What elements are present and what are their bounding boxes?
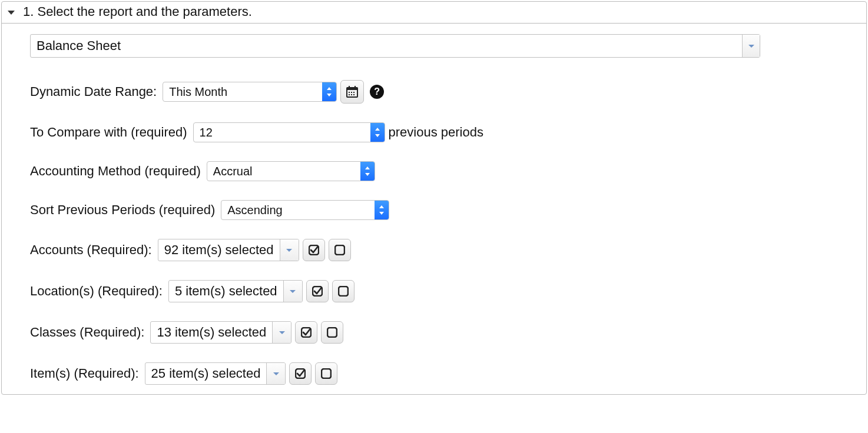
svg-rect-17	[322, 369, 331, 378]
calendar-button[interactable]	[340, 80, 364, 104]
svg-rect-3	[355, 86, 356, 89]
clear-all-icon	[334, 245, 345, 255]
check-all-icon	[301, 327, 312, 338]
up-down-arrows-icon	[326, 87, 332, 96]
locations-multiselect[interactable]: 5 item(s) selected	[168, 280, 303, 302]
items-select-all-button[interactable]	[289, 362, 312, 385]
check-all-icon	[295, 368, 306, 379]
report-parameters-panel: 1. Select the report and the parameters.…	[1, 1, 867, 395]
accounts-dropdown-button[interactable]	[280, 239, 299, 261]
locations-clear-all-button[interactable]	[332, 280, 355, 302]
date-range-value: This Month	[163, 82, 322, 101]
chevron-down-icon	[286, 249, 292, 252]
accounting-method-value: Accrual	[207, 162, 360, 181]
check-all-icon	[312, 286, 323, 297]
svg-rect-15	[327, 328, 337, 337]
report-select-dropdown-button[interactable]	[742, 35, 760, 57]
items-label: Item(s) (Required):	[30, 366, 139, 381]
clear-all-icon	[321, 368, 332, 379]
sort-periods-label: Sort Previous Periods (required)	[30, 202, 215, 218]
help-icon[interactable]: ?	[370, 85, 384, 99]
date-range-select[interactable]: This Month	[163, 82, 337, 102]
items-dropdown-button[interactable]	[266, 363, 285, 384]
panel-header[interactable]: 1. Select the report and the parameters.	[2, 2, 866, 23]
compare-periods-dropdown-button[interactable]	[370, 123, 385, 142]
calendar-icon	[346, 86, 358, 98]
items-summary: 25 item(s) selected	[145, 363, 267, 384]
svg-rect-11	[335, 245, 344, 255]
sort-periods-value: Ascending	[221, 201, 375, 219]
locations-select-all-button[interactable]	[306, 280, 329, 302]
accounting-method-label: Accounting Method (required)	[30, 164, 201, 179]
compare-suffix-label: previous periods	[389, 125, 483, 140]
compare-label: To Compare with (required)	[30, 125, 187, 140]
up-down-arrows-icon	[375, 128, 380, 137]
locations-summary: 5 item(s) selected	[169, 281, 283, 302]
accounts-label: Accounts (Required):	[30, 242, 152, 258]
clear-all-icon	[338, 286, 349, 297]
clear-all-icon	[327, 327, 337, 338]
collapse-caret-icon	[8, 11, 15, 15]
chevron-down-icon	[273, 372, 279, 375]
items-multiselect[interactable]: 25 item(s) selected	[145, 362, 286, 385]
accounts-summary: 92 item(s) selected	[158, 239, 280, 261]
svg-rect-4	[349, 92, 350, 93]
panel-title: 1. Select the report and the parameters.	[23, 4, 252, 19]
locations-label: Location(s) (Required):	[30, 284, 163, 299]
date-range-label: Dynamic Date Range:	[30, 84, 157, 99]
classes-summary: 13 item(s) selected	[151, 322, 272, 343]
svg-rect-8	[351, 94, 352, 95]
check-all-icon	[309, 245, 319, 255]
svg-rect-5	[351, 92, 352, 93]
items-clear-all-button[interactable]	[315, 362, 337, 385]
classes-multiselect[interactable]: 13 item(s) selected	[150, 321, 291, 344]
accounting-method-select[interactable]: Accrual	[207, 161, 375, 181]
chevron-down-icon	[290, 290, 296, 293]
accounts-multiselect[interactable]: 92 item(s) selected	[158, 239, 299, 261]
accounts-select-all-button[interactable]	[303, 239, 325, 261]
classes-label: Classes (Required):	[30, 325, 144, 340]
date-range-dropdown-button[interactable]	[322, 82, 336, 101]
svg-rect-9	[353, 94, 355, 95]
report-select-value: Balance Sheet	[31, 35, 742, 57]
classes-select-all-button[interactable]	[295, 321, 317, 344]
sort-periods-select[interactable]: Ascending	[221, 200, 389, 220]
sort-periods-dropdown-button[interactable]	[375, 201, 389, 219]
svg-rect-2	[349, 86, 350, 89]
up-down-arrows-icon	[379, 205, 385, 215]
accounting-method-dropdown-button[interactable]	[360, 162, 375, 181]
report-select[interactable]: Balance Sheet	[30, 34, 760, 58]
chevron-down-icon	[279, 331, 285, 334]
compare-periods-value: 12	[194, 123, 370, 142]
classes-dropdown-button[interactable]	[272, 322, 291, 343]
locations-dropdown-button[interactable]	[283, 281, 302, 302]
classes-clear-all-button[interactable]	[321, 321, 343, 344]
panel-body: Balance Sheet Dynamic Date Range: This M…	[2, 23, 866, 394]
svg-rect-7	[349, 94, 350, 95]
svg-rect-6	[353, 92, 355, 93]
chevron-down-icon	[748, 45, 754, 48]
svg-rect-13	[339, 287, 348, 296]
accounts-clear-all-button[interactable]	[329, 239, 351, 261]
svg-rect-1	[347, 88, 357, 90]
up-down-arrows-icon	[365, 166, 370, 176]
compare-periods-select[interactable]: 12	[193, 122, 385, 142]
